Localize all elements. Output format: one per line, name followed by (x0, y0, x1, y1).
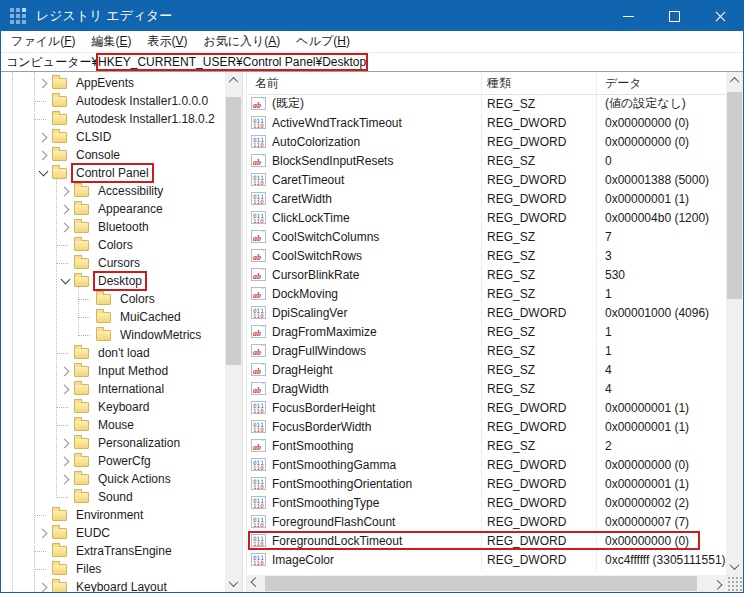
chevron-down-icon[interactable] (39, 167, 49, 177)
value-row[interactable]: 011110ForegroundFlashCountREG_DWORD0x000… (247, 512, 726, 531)
column-header-data[interactable]: データ (605, 72, 642, 94)
chevron-right-icon[interactable] (38, 132, 48, 142)
tree-item[interactable]: PowerCfg (1, 452, 225, 470)
tree-item[interactable]: EUDC (1, 524, 225, 542)
close-button[interactable] (697, 1, 743, 31)
tree-scrollbar-thumb[interactable] (226, 97, 241, 365)
column-header-name[interactable]: 名前 (255, 72, 279, 94)
resize-grip[interactable] (726, 575, 743, 592)
list-scroll-left-button[interactable] (247, 575, 264, 592)
value-row[interactable]: "ab(既定)REG_SZ(値の設定なし) (247, 94, 726, 113)
list-scrollbar-thumb[interactable] (727, 92, 742, 299)
value-row[interactable]: 011110ImageColorREG_DWORD0xc4ffffff (330… (247, 550, 726, 569)
chevron-right-icon[interactable] (60, 204, 70, 214)
tree-item[interactable]: Input Method (1, 362, 225, 380)
folder-icon (74, 492, 89, 503)
tree-item[interactable]: Accessibility (1, 182, 225, 200)
chevron-right-icon[interactable] (60, 222, 70, 232)
value-row[interactable]: 011110DpiScalingVerREG_DWORD0x00001000 (… (247, 303, 726, 322)
menu-item[interactable]: ファイル(F) (3, 33, 83, 50)
list-horizontal-scrollbar[interactable] (247, 575, 726, 592)
value-row[interactable]: "abCoolSwitchRowsREG_SZ3 (247, 246, 726, 265)
tree-item[interactable]: Autodesk Installer1.0.0.0 (1, 92, 225, 110)
tree-vertical-scrollbar[interactable] (225, 72, 242, 592)
tree-item[interactable]: Appearance (1, 200, 225, 218)
tree-item-label: Keyboard (95, 399, 152, 415)
tree-item[interactable]: Keyboard (1, 398, 225, 416)
tree-item[interactable]: Files (1, 560, 225, 578)
tree-item[interactable]: Quick Actions (1, 470, 225, 488)
chevron-right-icon[interactable] (60, 366, 70, 376)
value-row[interactable]: "abDockMovingREG_SZ1 (247, 284, 726, 303)
chevron-down-icon[interactable] (61, 275, 71, 285)
tree-item[interactable]: Mouse (1, 416, 225, 434)
chevron-right-icon[interactable] (60, 438, 70, 448)
value-row[interactable]: 011110ClickLockTimeREG_DWORD0x000004b0 (… (247, 208, 726, 227)
value-row[interactable]: "abDragFromMaximizeREG_SZ1 (247, 322, 726, 341)
chevron-right-icon[interactable] (38, 78, 48, 88)
value-row[interactable]: "abDragWidthREG_SZ4 (247, 379, 726, 398)
column-header-type[interactable]: 種類 (487, 72, 511, 94)
tree-item[interactable]: WindowMetrics (1, 326, 225, 344)
value-row[interactable]: 011110FocusBorderHeightREG_DWORD0x000000… (247, 398, 726, 417)
menu-item[interactable]: 表示(V) (139, 33, 195, 50)
value-row[interactable]: "abDragFullWindowsREG_SZ1 (247, 341, 726, 360)
tree-item[interactable]: Autodesk Installer1.18.0.2 (1, 110, 225, 128)
tree-scroll-up-button[interactable] (225, 72, 242, 89)
chevron-right-icon[interactable] (60, 474, 70, 484)
value-row[interactable]: "abDragHeightREG_SZ4 (247, 360, 726, 379)
tree-item[interactable]: Environment (1, 506, 225, 524)
tree-item[interactable]: Sound (1, 488, 225, 506)
minimize-button[interactable] (605, 1, 651, 31)
chevron-right-icon[interactable] (60, 456, 70, 466)
list-scroll-right-button[interactable] (709, 575, 726, 592)
tree-item[interactable]: Cursors (1, 254, 225, 272)
address-bar[interactable]: コンピューター¥HKEY_CURRENT_USER¥Control Panel¥… (1, 53, 743, 72)
value-data: 0x00000001 (1) (605, 192, 689, 206)
value-row[interactable]: 011110CaretTimeoutREG_DWORD0x00001388 (5… (247, 170, 726, 189)
tree-indent (1, 443, 59, 444)
chevron-right-icon[interactable] (38, 150, 48, 160)
list-scroll-down-button[interactable] (726, 558, 743, 575)
tree-item[interactable]: CLSID (1, 128, 225, 146)
tree-item[interactable]: AppEvents (1, 74, 225, 92)
value-row[interactable]: 011110ForegroundLockTimeoutREG_DWORD0x00… (247, 531, 726, 550)
chevron-right-icon[interactable] (60, 186, 70, 196)
value-row[interactable]: 011110AutoColorizationREG_DWORD0x0000000… (247, 132, 726, 151)
maximize-button[interactable] (651, 1, 697, 31)
value-row[interactable]: "abFontSmoothingREG_SZ2 (247, 436, 726, 455)
tree-item[interactable]: MuiCached (1, 308, 225, 326)
menu-item[interactable]: 編集(E) (83, 33, 139, 50)
value-row[interactable]: 011110ActiveWndTrackTimeoutREG_DWORD0x00… (247, 113, 726, 132)
list-scroll-up-button[interactable] (726, 72, 743, 89)
title-bar[interactable]: レジストリ エディター (1, 1, 743, 31)
tree-item-label: MuiCached (117, 309, 184, 325)
tree-item[interactable]: Colors (1, 290, 225, 308)
tree-item[interactable]: Desktop (1, 272, 225, 290)
tree-item[interactable]: Control Panel (1, 164, 225, 182)
value-row[interactable]: 011110FontSmoothingGammaREG_DWORD0x00000… (247, 455, 726, 474)
list-vertical-scrollbar[interactable] (726, 72, 743, 575)
tree-item[interactable]: Colors (1, 236, 225, 254)
value-row[interactable]: 011110FontSmoothingTypeREG_DWORD0x000000… (247, 493, 726, 512)
value-row[interactable]: 011110FocusBorderWidthREG_DWORD0x0000000… (247, 417, 726, 436)
horizontal-scrollbar-thumb[interactable] (265, 576, 697, 591)
tree-item[interactable]: International (1, 380, 225, 398)
tree-item[interactable]: Keyboard Layout (1, 578, 225, 592)
tree-item[interactable]: Personalization (1, 434, 225, 452)
value-row[interactable]: "abCoolSwitchColumnsREG_SZ7 (247, 227, 726, 246)
value-row[interactable]: 011110FontSmoothingOrientationREG_DWORD0… (247, 474, 726, 493)
chevron-right-icon[interactable] (60, 384, 70, 394)
tree-item[interactable]: Bluetooth (1, 218, 225, 236)
tree-scroll-down-button[interactable] (225, 575, 242, 592)
chevron-right-icon[interactable] (38, 528, 48, 538)
menu-item[interactable]: お気に入り(A) (196, 33, 289, 50)
tree-item[interactable]: ExtraTransEngine (1, 542, 225, 560)
menu-item[interactable]: ヘルプ(H) (288, 33, 358, 50)
tree-item[interactable]: Console (1, 146, 225, 164)
value-row[interactable]: "abBlockSendInputResetsREG_SZ0 (247, 151, 726, 170)
tree-item[interactable]: don't load (1, 344, 225, 362)
chevron-right-icon[interactable] (38, 582, 48, 592)
value-row[interactable]: "abCursorBlinkRateREG_SZ530 (247, 265, 726, 284)
value-row[interactable]: 011110CaretWidthREG_DWORD0x00000001 (1) (247, 189, 726, 208)
